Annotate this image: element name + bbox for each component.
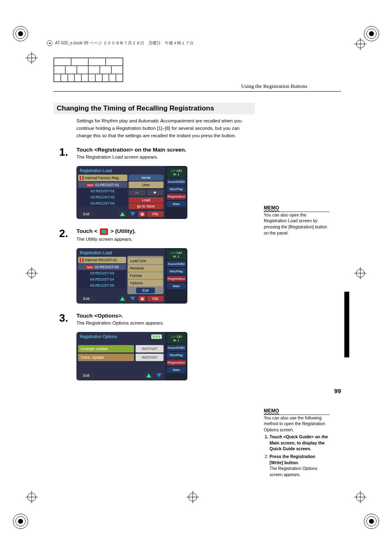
ss-internal[interactable]: ▌▌Internal REGIST-01 xyxy=(78,257,126,263)
minus-button[interactable]: — xyxy=(129,190,145,196)
utility-button[interactable]: ▦ xyxy=(138,296,146,302)
ss-title: Registration Load xyxy=(78,168,164,174)
crop-mark-icon xyxy=(12,513,29,530)
ss-user-tab[interactable]: User xyxy=(129,182,164,188)
down-button[interactable] xyxy=(128,211,137,217)
ss-internal[interactable]: ▌▌Internal Factory Reg. xyxy=(78,175,127,181)
tempo-indicator: ♩ = 130M: 1 xyxy=(167,250,186,260)
memo-intro: You can also use the following method to… xyxy=(264,415,330,433)
section-title: Changing the Timing of Recalling Registr… xyxy=(53,103,255,114)
exit-button[interactable]: Exit xyxy=(78,296,95,302)
memo-note: MEMO You can also use the following meth… xyxy=(264,408,330,479)
step-desc: The Utility screen appears. xyxy=(76,237,341,242)
ss-list-item[interactable]: 03:REGIST-03 xyxy=(78,194,127,200)
page-header-section: Using the Registration Buttons xyxy=(241,83,307,90)
book-info-text: AT-500_e.book 99 ページ ２００８年７月２８日 月曜日 午後４時… xyxy=(55,40,194,46)
keyboard-illustration xyxy=(53,58,123,82)
side-tab[interactable]: Rec/Play xyxy=(167,352,186,358)
option-label[interactable]: Trans. Update xyxy=(78,354,134,361)
step-number: 2. xyxy=(53,228,76,244)
registration-target-icon xyxy=(25,52,38,64)
ss-list-item[interactable]: 05:REGIST-05 xyxy=(78,283,126,288)
memo-icon: MEMO xyxy=(264,408,330,415)
side-tab[interactable]: Rec/Play xyxy=(167,186,186,192)
step-desc: The Registration Load screen appears. xyxy=(76,154,341,159)
utility-icon xyxy=(100,228,108,235)
ss-list-item[interactable]: 02:REGIST-02 xyxy=(78,188,127,194)
option-value[interactable]: INSTANT xyxy=(136,354,164,361)
crop-mark-icon xyxy=(12,25,29,42)
svg-point-5 xyxy=(369,31,374,36)
step-number: 1. xyxy=(53,147,76,163)
menu-item[interactable]: Load One xyxy=(128,258,163,264)
book-info-header: ✦ AT-500_e.book 99 ページ ２００８年７月２８日 月曜日 午後… xyxy=(47,40,194,46)
ss-media-label: Media xyxy=(129,175,164,181)
page-number: 99 xyxy=(334,387,341,394)
registration-target-icon xyxy=(354,38,367,50)
utility-menu-screenshot: Registration Load ▌▌Internal REGIST-01 N… xyxy=(76,248,187,304)
file-button[interactable]: File xyxy=(147,211,164,217)
step-desc: The Registration Options screen appears. xyxy=(76,320,341,325)
ss-list-item[interactable]: Next01:REGIST-01 xyxy=(78,182,127,188)
header-divider xyxy=(53,91,341,92)
registration-target-icon xyxy=(354,267,367,279)
side-tab[interactable]: Sound/KBD xyxy=(167,179,186,185)
crop-mark-icon xyxy=(363,513,380,530)
registration-target-icon xyxy=(25,491,38,503)
menu-item[interactable]: Options xyxy=(128,280,163,286)
option-label[interactable]: Arranger Update xyxy=(78,345,134,352)
svg-point-8 xyxy=(18,519,23,524)
exit-button[interactable]: Exit xyxy=(78,373,95,378)
up-button[interactable] xyxy=(118,211,127,217)
down-button[interactable] xyxy=(154,372,164,379)
step-heading: Touch <Options>. xyxy=(76,313,341,319)
registration-options-screenshot: Registration Options P.1/1 Arranger Upda… xyxy=(76,332,187,380)
memo-subtext: The Registration Options screen appears. xyxy=(270,465,330,477)
registration-target-icon xyxy=(25,267,38,279)
up-button[interactable] xyxy=(118,295,127,302)
side-tab[interactable]: Registration xyxy=(167,276,186,282)
plus-button[interactable]: ✚ xyxy=(147,190,164,196)
option-value[interactable]: INSTANT xyxy=(136,345,164,352)
step-number: 3. xyxy=(53,313,76,329)
ss-list-item[interactable]: 04:REGIST-04 xyxy=(78,200,127,206)
option-row: Arranger Update INSTANT xyxy=(78,345,164,352)
book-icon: ✦ xyxy=(47,40,53,46)
ss-title: Registration Options P.1/1 xyxy=(78,334,164,340)
ss-title: Registration Load xyxy=(78,250,164,256)
memo-text: You can also open the Registration Load … xyxy=(264,212,330,236)
page-indicator: P.1/1 xyxy=(151,334,162,339)
side-tab[interactable]: Registration xyxy=(167,359,186,366)
load-button[interactable]: Load xyxy=(129,197,164,203)
registration-target-icon xyxy=(187,491,199,503)
registration-load-screenshot: Registration Load ▌▌Internal Factory Reg… xyxy=(76,166,187,219)
svg-point-2 xyxy=(18,31,23,36)
chapter-side-label: Using the Registration Buttons xyxy=(345,302,348,341)
side-tab[interactable]: Sound/KBD xyxy=(167,345,186,351)
svg-point-11 xyxy=(369,519,374,524)
side-tab[interactable]: Main xyxy=(167,201,186,207)
exit-button[interactable]: Exit xyxy=(78,211,95,217)
menu-exit-button[interactable]: Exit xyxy=(136,288,155,293)
file-button[interactable]: File xyxy=(147,296,164,302)
step-1: 1. Touch <Registration> on the Main scre… xyxy=(53,147,341,163)
side-tab[interactable]: Main xyxy=(167,283,186,289)
ss-list-item[interactable]: 04:REGIST-04 xyxy=(78,276,126,282)
step-heading: Touch <Registration> on the Main screen. xyxy=(76,147,341,153)
section-intro: Settings for Rhythm play and Automatic A… xyxy=(76,117,253,139)
side-tab[interactable]: Rec/Play xyxy=(167,268,186,274)
memo-list-item: Touch <Quick Guide> on the Main screen, … xyxy=(270,434,330,452)
side-tab[interactable]: Sound/KBD xyxy=(167,261,186,267)
down-button[interactable] xyxy=(128,295,137,302)
memo-list-item: Press the Registration [Write] button. T… xyxy=(270,454,330,478)
utility-button[interactable]: ▦ xyxy=(138,211,146,217)
memo-note: MEMO You can also open the Registration … xyxy=(264,205,330,236)
menu-item[interactable]: Rename xyxy=(128,265,163,272)
up-button[interactable] xyxy=(144,372,153,379)
side-tab[interactable]: Main xyxy=(167,367,186,373)
go-to-save-button[interactable]: go to Save xyxy=(129,203,164,209)
ss-list-item[interactable]: Next02:REGIST-02 xyxy=(78,264,126,270)
menu-item[interactable]: Format xyxy=(128,272,163,279)
side-tab[interactable]: Registration xyxy=(167,193,186,200)
ss-list-item[interactable]: 03:REGIST-03 xyxy=(78,270,126,276)
